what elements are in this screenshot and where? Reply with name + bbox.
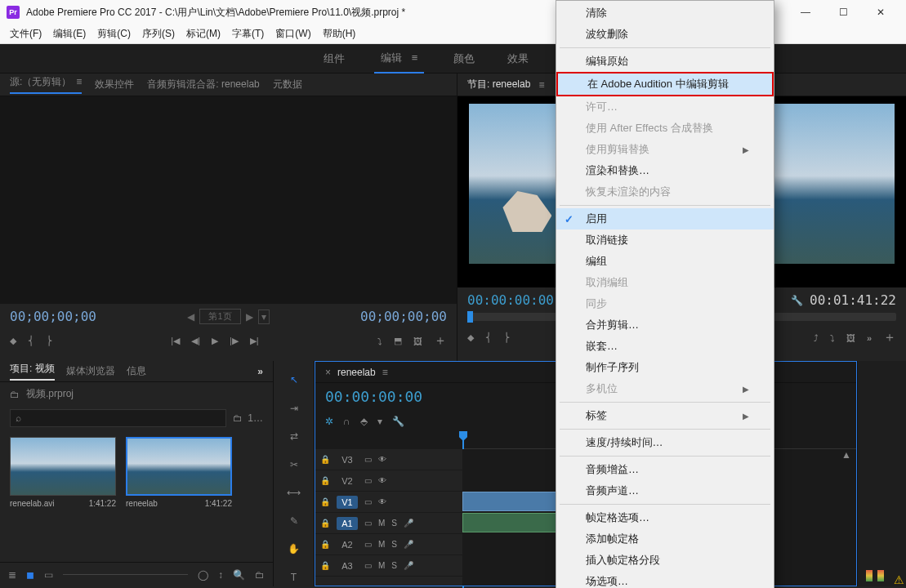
eye-icon[interactable]: 👁 bbox=[378, 455, 386, 464]
lift-icon[interactable]: ⤴ bbox=[814, 333, 819, 343]
linked-selection-icon[interactable]: ∩ bbox=[343, 416, 350, 427]
in-point-icon[interactable]: ⎨ bbox=[28, 336, 34, 346]
sequence-menu-icon[interactable]: ≡ bbox=[382, 367, 388, 378]
menu-merge-clips[interactable]: 合并剪辑… bbox=[556, 314, 774, 336]
menu-clear[interactable]: 清除 bbox=[556, 2, 774, 24]
workspace-effects[interactable]: 效果 bbox=[504, 45, 532, 73]
track-select-tool-icon[interactable]: ⇥ bbox=[284, 399, 304, 418]
menu-group[interactable]: 编组 bbox=[556, 251, 774, 272]
menu-add-frame-hold[interactable]: 添加帧定格 bbox=[556, 528, 774, 550]
menu-window[interactable]: 窗口(W) bbox=[270, 25, 315, 42]
tab-project[interactable]: 项目: 视频 bbox=[10, 362, 55, 381]
track-a2[interactable]: 🔒A2▭MS🎤 bbox=[315, 534, 462, 555]
close-button[interactable]: ✕ bbox=[862, 0, 899, 24]
step-back-icon[interactable]: ◀| bbox=[191, 336, 200, 346]
timeline-settings-icon[interactable]: ▾ bbox=[377, 416, 382, 427]
menu-make-subsequence[interactable]: 制作子序列 bbox=[556, 357, 774, 378]
marker-icon[interactable]: ◆ bbox=[467, 332, 474, 343]
menu-edit[interactable]: 编辑(E) bbox=[48, 25, 91, 42]
add-button-icon[interactable]: ＋ bbox=[434, 332, 447, 350]
menu-subtitle[interactable]: 字幕(T) bbox=[227, 25, 269, 42]
insert-icon[interactable]: ⤵ bbox=[377, 336, 382, 346]
menu-edit-original[interactable]: 编辑原始 bbox=[556, 51, 774, 72]
icon-view-icon[interactable]: ◼ bbox=[26, 569, 34, 581]
close-tab-icon[interactable]: × bbox=[325, 367, 331, 378]
workspace-assembly[interactable]: 组件 bbox=[320, 45, 348, 73]
menu-file[interactable]: 文件(F) bbox=[5, 25, 47, 42]
snap-icon[interactable]: ✲ bbox=[325, 416, 333, 427]
lock-icon[interactable]: 🔒 bbox=[320, 497, 330, 506]
program-label[interactable]: 节目: reneelab bbox=[467, 78, 530, 91]
track-v1[interactable]: 🔒V1▭👁 bbox=[315, 492, 462, 513]
menu-render-replace[interactable]: 渲染和替换… bbox=[556, 160, 774, 181]
menu-field-options[interactable]: 场选项… bbox=[556, 571, 774, 588]
extract-icon[interactable]: ⤵ bbox=[830, 333, 835, 343]
toggle-output-icon[interactable]: ▭ bbox=[364, 497, 372, 506]
goto-in-icon[interactable]: |◀ bbox=[171, 336, 180, 346]
wrench-icon[interactable]: 🔧 bbox=[791, 295, 803, 306]
bin-item-sequence[interactable]: reneelab 1:41:22 bbox=[126, 437, 232, 555]
razor-tool-icon[interactable]: ✂ bbox=[284, 456, 304, 474]
tabs-overflow-icon[interactable]: » bbox=[257, 366, 263, 377]
export-frame-icon[interactable]: 🖼 bbox=[846, 333, 855, 343]
search-input[interactable] bbox=[26, 413, 221, 423]
pen-tool-icon[interactable]: ✎ bbox=[284, 512, 304, 531]
menu-enable[interactable]: ✓启用 bbox=[556, 208, 774, 229]
lock-icon[interactable]: 🔒 bbox=[320, 519, 330, 528]
pager-dropdown-icon[interactable]: ▾ bbox=[258, 310, 270, 324]
eye-icon[interactable]: 👁 bbox=[378, 497, 386, 506]
track-v2[interactable]: 🔒V2▭👁 bbox=[315, 470, 462, 492]
program-panel-menu-icon[interactable]: ≡ bbox=[538, 79, 544, 91]
mic-icon[interactable]: 🎤 bbox=[404, 519, 413, 528]
pager[interactable]: ◀ 第1页 ▶ ▾ bbox=[187, 309, 269, 324]
toggle-output-icon[interactable]: ▭ bbox=[364, 476, 372, 485]
warning-icon[interactable]: ⚠ bbox=[894, 573, 904, 586]
menu-clip[interactable]: 剪辑(C) bbox=[92, 25, 136, 42]
menu-speed-duration[interactable]: 速度/持续时间… bbox=[556, 432, 774, 453]
timeline-time[interactable]: 00:00:00:00 bbox=[325, 388, 422, 405]
find-icon[interactable]: 🔍 bbox=[233, 569, 245, 581]
menu-unlink[interactable]: 取消链接 bbox=[556, 229, 774, 251]
find-similar-icon[interactable]: 🗀 bbox=[233, 412, 243, 424]
menu-frame-hold-options[interactable]: 帧定格选项… bbox=[556, 507, 774, 528]
track-a3[interactable]: 🔒A3▭MS🎤 bbox=[315, 555, 462, 577]
play-icon[interactable]: ▶ bbox=[212, 336, 218, 346]
slip-tool-icon[interactable]: ⟷ bbox=[284, 483, 304, 502]
tab-media-browser[interactable]: 媒体浏览器 bbox=[66, 364, 115, 378]
out-point-icon[interactable]: ⎬ bbox=[46, 336, 52, 346]
menu-label[interactable]: 标签▶ bbox=[556, 405, 774, 426]
scrubber-playhead[interactable] bbox=[467, 311, 473, 323]
menu-sequence[interactable]: 序列(S) bbox=[137, 25, 180, 42]
export-frame-icon[interactable]: 🖼 bbox=[413, 336, 422, 346]
tab-info[interactable]: 信息 bbox=[127, 364, 146, 378]
maximize-button[interactable]: ☐ bbox=[824, 0, 862, 24]
step-forward-icon[interactable]: |▶ bbox=[230, 336, 239, 346]
tab-source[interactable]: 源:（无剪辑）≡ bbox=[10, 75, 82, 94]
hand-tool-icon[interactable]: ✋ bbox=[284, 540, 304, 559]
track-v3[interactable]: 🔒V3▭👁 bbox=[315, 449, 462, 470]
add-marker-icon[interactable]: ⬘ bbox=[360, 416, 368, 427]
minimize-button[interactable]: — bbox=[787, 0, 824, 24]
out-point-icon[interactable]: ⎬ bbox=[503, 332, 510, 343]
tab-audio-mixer[interactable]: 音频剪辑混合器: reneelab bbox=[147, 78, 259, 91]
menu-help[interactable]: 帮助(H) bbox=[318, 25, 361, 42]
tab-effect-controls[interactable]: 效果控件 bbox=[95, 78, 134, 91]
zoom-slider[interactable]: ◯ bbox=[198, 569, 208, 581]
type-tool-icon[interactable]: T bbox=[284, 568, 304, 587]
menu-audio-gain[interactable]: 音频增益… bbox=[556, 459, 774, 480]
in-point-icon[interactable]: ⎨ bbox=[485, 332, 492, 343]
freeform-view-icon[interactable]: ▭ bbox=[44, 569, 53, 581]
pager-label[interactable]: 第1页 bbox=[199, 309, 240, 324]
workspace-editing[interactable]: 编辑≡ bbox=[374, 44, 425, 74]
overwrite-icon[interactable]: ⬒ bbox=[394, 336, 402, 346]
lock-icon[interactable]: 🔒 bbox=[320, 561, 330, 570]
ripple-edit-tool-icon[interactable]: ⇄ bbox=[284, 427, 304, 446]
scroll-up-icon[interactable]: ▲ bbox=[841, 449, 851, 461]
tab-metadata[interactable]: 元数据 bbox=[273, 78, 302, 91]
eye-icon[interactable]: 👁 bbox=[378, 476, 386, 485]
menu-edit-in-audition[interactable]: 在 Adobe Audition 中编辑剪辑 bbox=[556, 72, 774, 96]
add-button-icon[interactable]: ＋ bbox=[883, 329, 896, 346]
lock-icon[interactable]: 🔒 bbox=[320, 455, 330, 464]
search-box[interactable]: ⌕ bbox=[10, 409, 226, 427]
bin-item-clip[interactable]: reneelab.avi 1:41:22 bbox=[10, 437, 116, 555]
